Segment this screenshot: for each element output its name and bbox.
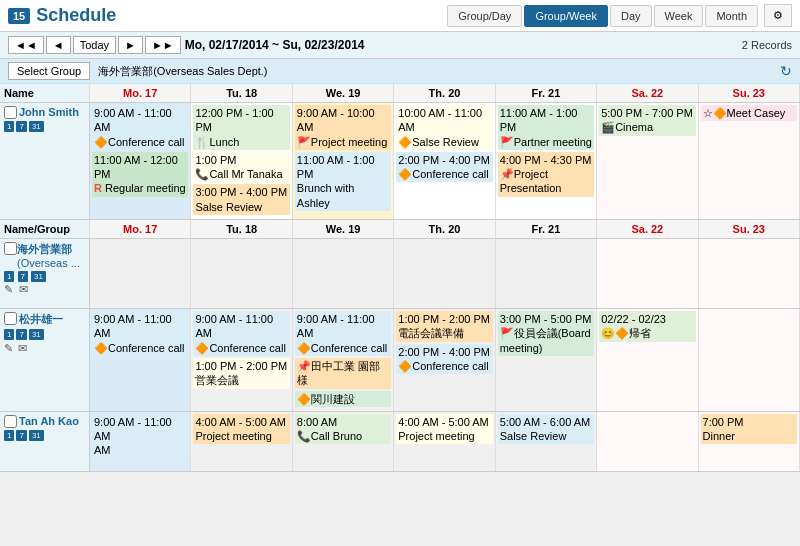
group-kaigai-line2: (Overseas ... bbox=[17, 257, 80, 269]
nav-prev-button[interactable]: ◄ bbox=[46, 36, 71, 54]
tab-week[interactable]: Week bbox=[654, 5, 704, 27]
person-name-john-smith[interactable]: John Smith bbox=[19, 106, 79, 118]
event-tan-wed-1[interactable]: 8:00 AM 📞Call Bruno bbox=[295, 414, 391, 445]
person-name-matsui[interactable]: 松井雄一 bbox=[19, 312, 63, 327]
icon-31-kaigai[interactable]: 31 bbox=[31, 271, 46, 282]
event-john-smith-wed-2[interactable]: 11:00 AM - 1:00 PM Brunch with Ashley bbox=[295, 152, 391, 211]
event-title: 役員会議(Board meeting) bbox=[500, 327, 591, 353]
name-cell-john-smith: John Smith 1 7 31 bbox=[0, 103, 90, 219]
john-smith-fri: 11:00 AM - 1:00 PM 🚩Partner meeting 4:00… bbox=[496, 103, 597, 219]
event-title: 営業会議 bbox=[195, 374, 239, 386]
col2-header-tu: Tu. 18 bbox=[191, 220, 292, 238]
event-tan-fri-1[interactable]: 5:00 AM - 6:00 AM Salse Review bbox=[498, 414, 594, 445]
tan-tue: 4:00 AM - 5:00 AM Project meeting bbox=[191, 412, 292, 471]
check-name-matsui: 松井雄一 bbox=[4, 312, 85, 327]
mail-icon-kaigai[interactable]: ✉ bbox=[19, 283, 28, 295]
event-time: 4:00 AM - 5:00 AM bbox=[195, 416, 286, 428]
check-name-tan: Tan Ah Kao bbox=[4, 415, 85, 428]
event-matsui-wed-1[interactable]: 9:00 AM - 11:00 AM 🔶Conference call bbox=[295, 311, 391, 356]
person-row-matsui: 松井雄一 1 7 31 ✎ ✉ 9:00 AM - 11:00 AM 🔶Conf… bbox=[0, 309, 800, 412]
event-john-smith-tue-1[interactable]: 12:00 PM - 1:00 PM 🍴Lunch bbox=[193, 105, 289, 150]
matsui-fri: 3:00 PM - 5:00 PM 🚩役員会議(Board meeting) bbox=[496, 309, 597, 411]
checkbox-matsui[interactable] bbox=[4, 312, 17, 325]
event-matsui-wed-2[interactable]: 📌田中工業 園部様 bbox=[295, 358, 391, 389]
event-time: 1:00 PM - 2:00 PM bbox=[195, 360, 287, 372]
refresh-button[interactable]: ↻ bbox=[780, 63, 792, 79]
john-smith-thu: 10:00 AM - 11:00 AM 🔶Salse Review 2:00 P… bbox=[394, 103, 495, 219]
icon-1-tan[interactable]: 1 bbox=[4, 430, 14, 441]
event-matsui-fri-1[interactable]: 3:00 PM - 5:00 PM 🚩役員会議(Board meeting) bbox=[498, 311, 594, 356]
edit-icon-matsui[interactable]: ✎ bbox=[4, 342, 13, 355]
event-matsui-wed-3[interactable]: 🔶関川建設 bbox=[295, 391, 391, 407]
tan-fri: 5:00 AM - 6:00 AM Salse Review bbox=[496, 412, 597, 471]
icon-7-kaigai[interactable]: 7 bbox=[18, 271, 28, 282]
nav-next-button[interactable]: ► bbox=[118, 36, 143, 54]
col2-header-mo: Mo. 17 bbox=[90, 220, 191, 238]
matsui-edit-icons: ✎ ✉ bbox=[4, 342, 85, 355]
icon-1-john-smith[interactable]: 1 bbox=[4, 121, 14, 132]
person-name-tan[interactable]: Tan Ah Kao bbox=[19, 415, 79, 427]
event-john-smith-mon-2[interactable]: 11:00 AM - 12:00 PM R Regular meeting bbox=[92, 152, 188, 197]
event-time: 11:00 AM - 1:00 PM bbox=[297, 154, 375, 180]
event-john-smith-thu-1[interactable]: 10:00 AM - 11:00 AM 🔶Salse Review bbox=[396, 105, 492, 150]
event-john-smith-wed-1[interactable]: 9:00 AM - 10:00 AM 🚩Project meeting bbox=[295, 105, 391, 150]
mail-icon-matsui[interactable]: ✉ bbox=[18, 342, 27, 355]
tab-month[interactable]: Month bbox=[705, 5, 758, 27]
event-matsui-tue-1[interactable]: 9:00 AM - 11:00 AM 🔶Conference call bbox=[193, 311, 289, 356]
event-john-smith-sat-1[interactable]: 5:00 PM - 7:00 PM 🎬Cinema bbox=[599, 105, 695, 136]
nav-today-button[interactable]: Today bbox=[73, 36, 116, 54]
checkbox-kaigai[interactable] bbox=[4, 242, 17, 255]
event-icon: 📞 bbox=[297, 430, 311, 442]
event-john-smith-mon-1[interactable]: 9:00 AM - 11:00 AM 🔶Conference call bbox=[92, 105, 188, 150]
checkbox-tan[interactable] bbox=[4, 415, 17, 428]
col-header-fr: Fr. 21 bbox=[496, 84, 597, 102]
icon-31-tan[interactable]: 31 bbox=[29, 430, 44, 441]
event-matsui-thu-1[interactable]: 1:00 PM - 2:00 PM 電話会議準備 bbox=[396, 311, 492, 342]
icon-1-matsui[interactable]: 1 bbox=[4, 329, 14, 340]
calendar-section-1: Name Mo. 17 Tu. 18 We. 19 Th. 20 Fr. 21 … bbox=[0, 84, 800, 220]
event-john-smith-tue-3[interactable]: 3:00 PM - 4:00 PM Salse Review bbox=[193, 184, 289, 215]
calendar-date-number: 15 bbox=[13, 10, 25, 22]
tab-group-day[interactable]: Group/Day bbox=[447, 5, 522, 27]
icon-1-kaigai[interactable]: 1 bbox=[4, 271, 14, 282]
event-matsui-sat-1[interactable]: 02/22 - 02/23 😊🔶帰省 bbox=[599, 311, 695, 342]
checkbox-john-smith[interactable] bbox=[4, 106, 17, 119]
col-header-we: We. 19 bbox=[293, 84, 394, 102]
event-icon: 🔶 bbox=[398, 360, 412, 372]
event-time: 8:00 AM bbox=[297, 416, 337, 428]
name-cell-tan: Tan Ah Kao 1 7 31 bbox=[0, 412, 90, 471]
icon-7-matsui[interactable]: 7 bbox=[16, 329, 26, 340]
event-time: 9:00 AM - 10:00 AM bbox=[297, 107, 375, 133]
event-tan-tue-1[interactable]: 4:00 AM - 5:00 AM Project meeting bbox=[193, 414, 289, 445]
nav-prev-prev-button[interactable]: ◄◄ bbox=[8, 36, 44, 54]
event-john-smith-sun-1[interactable]: ☆🔶Meet Casey bbox=[701, 105, 797, 121]
event-john-smith-fri-1[interactable]: 11:00 AM - 1:00 PM 🚩Partner meeting bbox=[498, 105, 594, 150]
icon-31-matsui[interactable]: 31 bbox=[29, 329, 44, 340]
group-kaigai-line1[interactable]: 海外営業部 bbox=[17, 242, 80, 257]
toolbar-nav: ◄◄ ◄ Today ► ►► bbox=[8, 36, 181, 54]
event-flag-icon: 🚩 bbox=[500, 136, 514, 148]
event-john-smith-thu-2[interactable]: 2:00 PM - 4:00 PM 🔶Conference call bbox=[396, 152, 492, 183]
event-time: 9:00 AM - 11:00 AM bbox=[195, 313, 273, 339]
tab-day[interactable]: Day bbox=[610, 5, 652, 27]
event-tan-sun-1[interactable]: 7:00 PM Dinner bbox=[701, 414, 797, 445]
event-john-smith-tue-2[interactable]: 1:00 PM 📞Call Mr Tanaka bbox=[193, 152, 289, 183]
icon-31-john-smith[interactable]: 31 bbox=[29, 121, 44, 132]
event-tan-thu-1[interactable]: 4:00 AM - 5:00 AM Project meeting bbox=[396, 414, 492, 445]
john-smith-mon: 9:00 AM - 11:00 AM 🔶Conference call 11:0… bbox=[90, 103, 191, 219]
settings-button[interactable]: ⚙ bbox=[764, 4, 792, 27]
event-icon: 🔶 bbox=[94, 342, 108, 354]
icon-7-john-smith[interactable]: 7 bbox=[16, 121, 26, 132]
event-matsui-tue-2[interactable]: 1:00 PM - 2:00 PM 営業会議 bbox=[193, 358, 289, 389]
select-group-button[interactable]: Select Group bbox=[8, 62, 90, 80]
event-tan-mon-1[interactable]: 9:00 AM - 11:00 AM AM bbox=[92, 414, 188, 459]
edit-icon-kaigai[interactable]: ✎ bbox=[4, 283, 13, 295]
event-matsui-mon-1[interactable]: 9:00 AM - 11:00 AM 🔶Conference call bbox=[92, 311, 188, 356]
col-header-tu: Tu. 18 bbox=[191, 84, 292, 102]
tab-group-week[interactable]: Group/Week bbox=[524, 5, 608, 27]
toolbar: ◄◄ ◄ Today ► ►► Mo, 02/17/2014 ~ Su, 02/… bbox=[0, 32, 800, 59]
event-matsui-thu-2[interactable]: 2:00 PM - 4:00 PM 🔶Conference call bbox=[396, 344, 492, 375]
icon-7-tan[interactable]: 7 bbox=[16, 430, 26, 441]
nav-next-next-button[interactable]: ►► bbox=[145, 36, 181, 54]
event-john-smith-fri-2[interactable]: 4:00 PM - 4:30 PM 📌Project Presentation bbox=[498, 152, 594, 197]
